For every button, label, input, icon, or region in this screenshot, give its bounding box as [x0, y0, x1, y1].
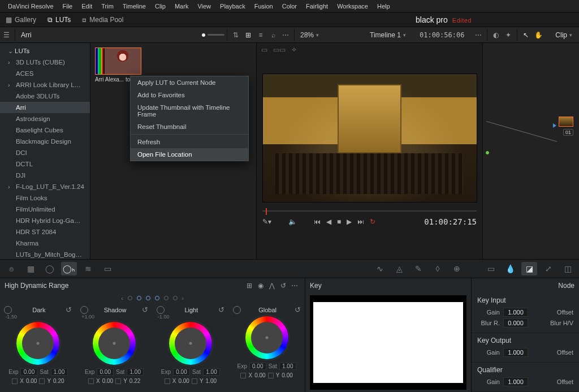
last-frame-button[interactable]: ⏭ [357, 218, 364, 226]
viewer-image[interactable] [262, 74, 477, 203]
exp-value[interactable]: 0.00 [173, 368, 190, 376]
camera-raw-icon[interactable]: ⌾ [3, 262, 19, 275]
y-toggle[interactable] [115, 378, 121, 384]
blur-icon[interactable]: 💧 [502, 262, 518, 275]
menu-item[interactable]: Timeline [118, 2, 150, 11]
gain-value[interactable]: 1.000 [503, 377, 528, 386]
y-toggle[interactable] [268, 373, 274, 378]
pointer-icon[interactable]: ↖ [520, 31, 532, 39]
motion-icon[interactable]: ▭ [100, 262, 115, 275]
tree-item[interactable]: 3D LUTs (CUBE) [0, 57, 90, 68]
prev-frame-button[interactable]: ◀ [326, 218, 331, 226]
color-match-icon[interactable]: ▦ [23, 262, 38, 275]
viewer-scrubber[interactable] [262, 208, 477, 214]
add-zone-icon[interactable]: ⊞ [244, 282, 255, 290]
clip-dropdown[interactable]: Clip ▾ [555, 31, 572, 39]
grid-view-icon[interactable]: ⊞ [242, 31, 254, 39]
x-toggle[interactable] [88, 378, 94, 384]
nodes-icon[interactable]: ✦ [502, 31, 515, 39]
tree-item[interactable]: HDR Hybrid Log-Gamma [0, 215, 90, 226]
blur-r-value[interactable]: 0.000 [503, 318, 528, 328]
playhead[interactable] [266, 208, 267, 215]
color-wheel[interactable] [169, 322, 212, 365]
x-value[interactable]: 0.00 [102, 378, 113, 384]
gain-value[interactable]: 1.000 [503, 308, 528, 317]
ctx-item[interactable]: Reset Thumbnail [131, 120, 248, 133]
y-toggle[interactable] [39, 378, 45, 384]
menu-item[interactable]: Workspace [332, 2, 373, 11]
scopes-icon[interactable]: ◐ [490, 31, 502, 39]
menu-item[interactable]: DaVinci Resolve [3, 2, 58, 11]
play-button[interactable]: ▶ [347, 218, 352, 226]
menu-item[interactable]: Clip [150, 2, 170, 11]
stop-button[interactable]: ■ [337, 218, 341, 226]
next-page[interactable]: › [182, 295, 184, 301]
prev-page[interactable]: ‹ [121, 295, 123, 301]
transport-timecode[interactable]: 01:00:27:15 [424, 217, 477, 226]
tree-item[interactable]: DCI [0, 147, 90, 158]
rgb-mixer-icon[interactable]: ≋ [80, 262, 96, 275]
page-dot[interactable] [155, 296, 159, 300]
node-thumbnail[interactable] [559, 117, 573, 127]
timeline-dropdown[interactable]: Timeline 1 ▾ [370, 31, 406, 39]
curves-icon[interactable]: ∿ [372, 262, 388, 275]
warper-icon[interactable]: ◬ [391, 262, 407, 275]
3d-icon[interactable]: ◫ [560, 262, 576, 275]
picker-icon[interactable] [157, 306, 165, 314]
exp-value[interactable]: 0.00 [249, 363, 266, 370]
y-value[interactable]: 0.20 [53, 378, 64, 384]
reset-icon[interactable]: ↺ [295, 305, 301, 314]
search-icon[interactable]: ⌕ [267, 31, 279, 39]
menu-item[interactable]: Help [373, 2, 395, 11]
menu-item[interactable]: Mark [170, 2, 193, 11]
tree-item[interactable]: F-Log_LUT_E_Ver.1.24 [0, 181, 90, 192]
menu-item[interactable]: Edit [77, 2, 97, 11]
tracker-icon[interactable]: ⊕ [449, 262, 465, 275]
tree-item[interactable]: Arri [0, 102, 90, 113]
picker-icon[interactable]: ✎▾ [262, 218, 271, 226]
tab-luts[interactable]: ⧉ LUTs [42, 12, 76, 27]
ctx-item[interactable]: Open File Location [131, 148, 248, 161]
tree-item[interactable]: Blackmagic Design [0, 136, 90, 147]
page-dot[interactable] [173, 296, 178, 300]
viewer-timecode[interactable]: 01:00:56:06 [412, 31, 472, 39]
tree-item[interactable]: Adobe 3DLUTs [0, 91, 90, 102]
exp-value[interactable]: 0.00 [20, 368, 37, 376]
qualifier-icon[interactable]: ✎ [411, 262, 426, 275]
y-value[interactable]: 1.00 [206, 378, 217, 384]
tab-gallery[interactable]: ▦ Gallery [0, 12, 42, 27]
dual-mode-icon[interactable]: ▭▭ [273, 46, 286, 54]
node-connect-out[interactable] [553, 123, 556, 128]
sizing-icon[interactable]: ⤢ [541, 262, 556, 275]
reset-icon[interactable]: ↺ [218, 305, 224, 314]
graph-icon[interactable]: ⋀ [266, 282, 278, 290]
x-value[interactable]: 0.00 [26, 378, 37, 384]
hdr-icon[interactable]: ◯ₕ [61, 262, 77, 275]
tree-item[interactable]: Kharma [0, 238, 90, 249]
reset-icon[interactable]: ↺ [142, 305, 148, 314]
tree-item[interactable]: Baselight Cubes [0, 124, 90, 136]
x-toggle[interactable] [240, 373, 246, 378]
reset-icon[interactable]: ↺ [66, 305, 72, 314]
tree-item[interactable]: DJI [0, 170, 90, 181]
more-icon[interactable]: ⋯ [472, 31, 485, 39]
sat-value[interactable]: 1.00 [127, 368, 144, 376]
key-icon[interactable]: ◪ [521, 262, 537, 275]
ctx-item[interactable]: Add to Favorites [131, 89, 248, 101]
picker-icon[interactable] [4, 306, 12, 314]
y-value[interactable]: 0.22 [129, 378, 140, 384]
clip-mode-icon[interactable]: ▭ [261, 46, 267, 54]
picker-icon[interactable] [233, 306, 241, 314]
list-icon[interactable]: ☰ [0, 31, 12, 39]
volume-icon[interactable]: 🔈 [288, 218, 297, 226]
tree-root[interactable]: LUTs [0, 45, 90, 57]
menu-item[interactable]: View [193, 2, 215, 11]
wheel-mode-icon[interactable]: ◉ [255, 282, 266, 290]
color-wheel[interactable] [93, 322, 136, 365]
tree-item[interactable]: ACES [0, 68, 90, 79]
sat-value[interactable]: 1.00 [279, 363, 296, 370]
page-dot[interactable] [137, 296, 141, 300]
window-icon[interactable]: ◊ [430, 262, 446, 275]
menu-item[interactable]: Fairlight [301, 2, 332, 11]
magic-mask-icon[interactable]: ▭ [483, 262, 499, 275]
